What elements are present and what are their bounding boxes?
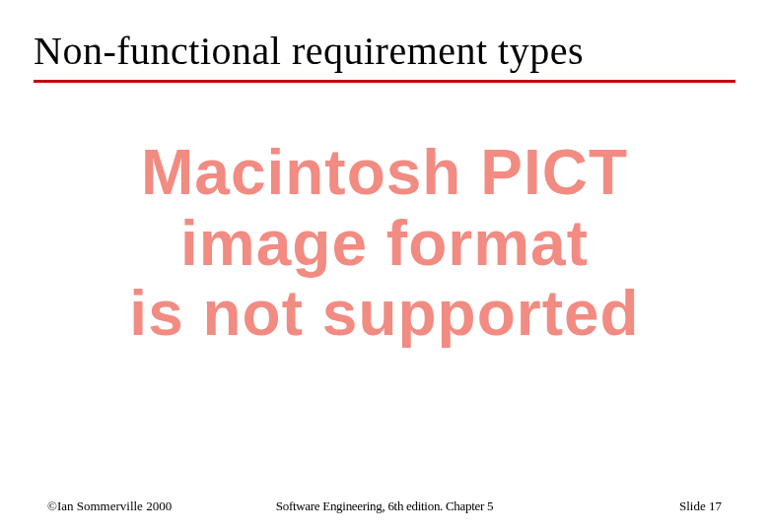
slide: Non-functional requirement types Macinto…	[0, 0, 769, 532]
title-block: Non-functional requirement types	[34, 28, 735, 83]
footer: ©Ian Sommerville 2000 Software Engineeri…	[0, 499, 769, 514]
footer-center: Software Engineering, 6th edition. Chapt…	[276, 499, 493, 514]
footer-copyright: ©Ian Sommerville 2000	[47, 499, 172, 514]
error-line-1: Macintosh PICT	[0, 138, 769, 209]
error-line-2: image format	[0, 209, 769, 280]
pict-error-message: Macintosh PICT image format is not suppo…	[0, 138, 769, 350]
error-line-3: is not supported	[0, 279, 769, 350]
footer-slide-number: Slide 17	[679, 499, 722, 514]
title-underline	[34, 80, 735, 83]
slide-title: Non-functional requirement types	[34, 28, 735, 80]
